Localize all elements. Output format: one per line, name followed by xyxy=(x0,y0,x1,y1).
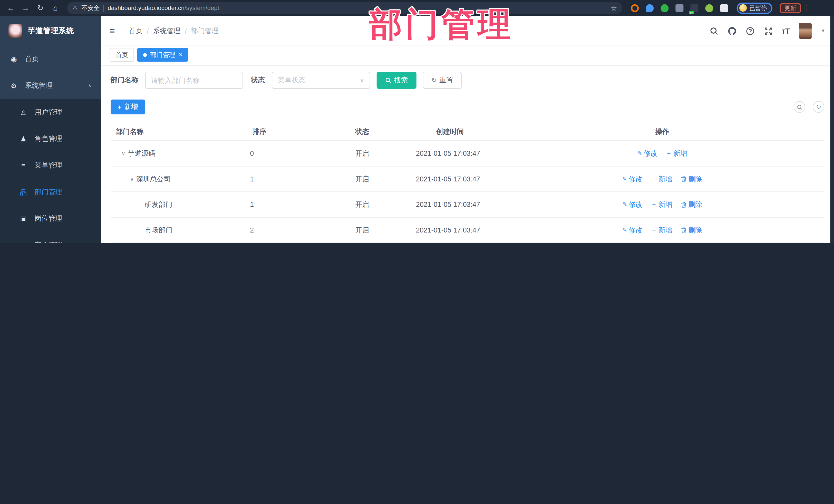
menu-list-icon: ≡ xyxy=(19,162,28,169)
screen: ← → ↻ ⌂ ⚠ 不安全 dashboard.yudao.iocoder.cn… xyxy=(0,0,834,243)
extension-icon-blue-drop[interactable] xyxy=(646,4,654,12)
tab-label: 部门管理 xyxy=(150,50,176,59)
sidebar-item-post[interactable]: ▣ 岗位管理 xyxy=(0,205,101,232)
browser-update-button[interactable]: 更新 xyxy=(780,3,801,13)
search-icon[interactable] xyxy=(709,26,718,36)
dept-status: 开启 xyxy=(346,174,410,184)
status-select-placeholder: 菜单状态 xyxy=(278,75,305,85)
dept-order: 1 xyxy=(245,200,346,209)
status-select[interactable]: 菜单状态 ∨ xyxy=(272,72,370,89)
browser-extensions: on xyxy=(631,4,728,12)
table-row[interactable]: ∨ 芋道源码 0 开启 2021-01-05 17:03:47 ✎修改＋新增 xyxy=(111,141,825,166)
extension-icon-puzzle[interactable] xyxy=(720,4,728,12)
back-icon[interactable]: ← xyxy=(4,2,17,14)
sidebar-submenu: ♙ 用户管理 ♟ 角色管理 ≡ 菜单管理 品 部门管理 ▣ 岗位管理 ▤ 字典管… xyxy=(0,99,101,243)
forward-icon[interactable]: → xyxy=(19,2,32,14)
sidebar-item-label: 部门管理 xyxy=(35,187,62,197)
collapse-menu-icon[interactable]: ≡ xyxy=(110,26,115,36)
action-新增[interactable]: ＋新增 xyxy=(666,149,687,158)
action-删除[interactable]: 删除 xyxy=(681,200,702,209)
bookmark-star-icon[interactable]: ☆ xyxy=(611,5,617,12)
action-新增[interactable]: ＋新增 xyxy=(651,225,672,235)
github-icon[interactable] xyxy=(727,26,737,36)
home-icon[interactable]: ⌂ xyxy=(49,2,62,14)
action-label: 删除 xyxy=(688,174,702,184)
column-header-1: 部门名称 xyxy=(111,127,245,136)
table-body: ∨ 芋道源码 0 开启 2021-01-05 17:03:47 ✎修改＋新增 ∨… xyxy=(111,141,825,243)
user-avatar[interactable] xyxy=(799,23,812,39)
url-text: dashboard.yudao.iocoder.cn/system/dept xyxy=(108,5,219,11)
action-修改[interactable]: ✎修改 xyxy=(622,200,642,209)
table-row[interactable]: ∨ 深圳总公司 1 开启 2021-01-05 17:03:47 ✎修改＋新增删… xyxy=(111,167,825,192)
action-修改[interactable]: ✎修改 xyxy=(622,225,642,235)
action-label: 新增 xyxy=(658,174,672,184)
breadcrumb-item[interactable]: 首页 xyxy=(129,26,142,36)
extension-icon-dark-on[interactable]: on xyxy=(690,4,698,12)
sidebar-item-label: 岗位管理 xyxy=(35,214,62,223)
fullscreen-icon[interactable] xyxy=(764,26,773,36)
action-新增[interactable]: ＋新增 xyxy=(651,200,672,209)
chevron-down-icon: ∨ xyxy=(360,78,365,83)
toggle-search-button[interactable] xyxy=(793,101,805,113)
table-row[interactable]: 研发部门 1 开启 2021-01-05 17:03:47 ✎修改＋新增删除 xyxy=(111,192,825,217)
role-icon: ♟ xyxy=(19,135,28,143)
dept-status: 开启 xyxy=(346,225,410,235)
sidebar-item-menu[interactable]: ≡ 菜单管理 xyxy=(0,152,101,179)
dept-order: 1 xyxy=(245,175,346,183)
app-title: 芋道管理系统 xyxy=(28,26,74,36)
sidebar-item-user[interactable]: ♙ 用户管理 xyxy=(0,99,101,126)
row-actions: ✎修改＋新增删除 xyxy=(558,174,822,184)
add-button[interactable]: + 新增 xyxy=(111,100,145,114)
action-修改[interactable]: ✎修改 xyxy=(637,149,657,158)
top-header: ≡ 首页/系统管理/部门管理 тT xyxy=(101,16,834,46)
sidebar-item-role[interactable]: ♟ 角色管理 xyxy=(0,126,101,152)
expand-chevron-icon[interactable]: ∨ xyxy=(119,151,128,156)
chevron-down-icon[interactable]: ▼ xyxy=(821,28,825,34)
tab-首页[interactable]: 首页 xyxy=(110,48,134,62)
column-header-3: 状态 xyxy=(346,127,410,136)
reload-icon[interactable]: ↻ xyxy=(34,2,47,14)
plus-icon: ＋ xyxy=(651,227,657,233)
app-logo[interactable]: 芋道管理系统 xyxy=(0,16,101,46)
extension-icon-grid[interactable] xyxy=(675,4,683,12)
warning-icon: ⚠ xyxy=(72,5,78,12)
row-actions: ✎修改＋新增删除 xyxy=(558,225,822,235)
close-icon[interactable]: × xyxy=(179,51,182,58)
dept-table: 部门名称排序状态创建时间操作 ∨ 芋道源码 0 开启 2021-01-05 17… xyxy=(111,123,825,243)
action-新增[interactable]: ＋新增 xyxy=(651,174,672,184)
refresh-button[interactable]: ↻ xyxy=(813,101,825,113)
table-row[interactable]: 测试部门 3 开启 2021-01-05 17:03:47 ✎修改＋新增删除 xyxy=(111,243,825,243)
search-button[interactable]: 搜索 xyxy=(376,72,416,89)
action-删除[interactable]: 删除 xyxy=(681,225,702,235)
plus-icon: ＋ xyxy=(651,176,657,182)
browser-menu-icon[interactable]: ⋮ xyxy=(803,4,811,12)
reset-button[interactable]: ↻ 重置 xyxy=(423,72,462,89)
plus-icon: + xyxy=(117,104,122,110)
search-icon xyxy=(385,77,392,84)
tab-label: 首页 xyxy=(115,50,128,59)
help-icon[interactable] xyxy=(745,26,754,36)
tab-部门管理[interactable]: 部门管理 × xyxy=(137,48,188,62)
extension-icon-orange-ring[interactable] xyxy=(631,4,639,12)
filter-bar: 部门名称 状态 菜单状态 ∨ 搜索 ↻ 重置 xyxy=(111,72,825,89)
action-删除[interactable]: 删除 xyxy=(681,174,702,184)
scrollbar[interactable] xyxy=(830,16,834,243)
font-size-icon[interactable]: тT xyxy=(782,27,790,35)
expand-chevron-icon[interactable]: ∨ xyxy=(128,176,136,182)
add-button-label: 新增 xyxy=(124,102,138,112)
browser-profile-badge[interactable]: 已暂停 xyxy=(737,2,772,14)
extension-icon-green-leaf[interactable] xyxy=(705,4,713,12)
url-bar[interactable]: ⚠ 不安全 dashboard.yudao.iocoder.cn/system/… xyxy=(67,2,622,14)
row-actions: ✎修改＋新增删除 xyxy=(558,200,822,209)
sidebar-item-dept[interactable]: 品 部门管理 xyxy=(0,179,101,205)
extension-icon-green-check[interactable] xyxy=(660,4,668,12)
dept-name-input[interactable] xyxy=(145,72,243,89)
table-row[interactable]: 市场部门 2 开启 2021-01-05 17:03:47 ✎修改＋新增删除 xyxy=(111,218,825,243)
sidebar-item-home[interactable]: ◉ 首页 xyxy=(0,46,101,72)
edit-icon: ✎ xyxy=(622,176,627,182)
sidebar-item-dict[interactable]: ▤ 字典管理 xyxy=(0,232,101,243)
action-修改[interactable]: ✎修改 xyxy=(622,174,642,184)
breadcrumb-item[interactable]: 系统管理 xyxy=(153,26,181,36)
sidebar-item-system[interactable]: ⚙ 系统管理 ∧ xyxy=(0,72,101,99)
plus-icon: ＋ xyxy=(651,202,657,207)
